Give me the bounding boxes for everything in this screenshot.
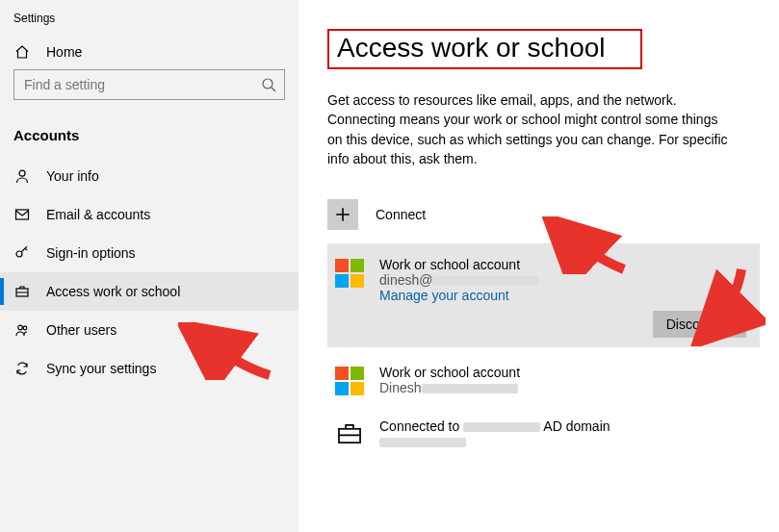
domain-connected-row[interactable]: Connected to AD domain xyxy=(327,413,760,455)
users-icon xyxy=(13,322,31,338)
sidebar-item-label: Sign-in options xyxy=(46,245,136,261)
account-email: dinesh@ xyxy=(379,272,538,288)
sidebar-section-header: Accounts xyxy=(0,110,299,157)
disconnect-button[interactable]: Disconnect xyxy=(653,311,746,338)
svg-point-5 xyxy=(18,325,23,330)
account-title: Work or school account xyxy=(379,365,520,380)
nav-home-label: Home xyxy=(46,44,82,60)
connect-plus-button[interactable] xyxy=(327,199,358,230)
main-panel: Access work or school Get access to reso… xyxy=(299,0,779,532)
sync-icon xyxy=(13,361,31,376)
domain-connected-text: Connected to AD domain xyxy=(379,418,610,434)
svg-point-0 xyxy=(263,79,273,89)
svg-point-6 xyxy=(23,326,27,330)
microsoft-logo-icon xyxy=(335,259,364,288)
sidebar-item-label: Access work or school xyxy=(46,284,180,299)
sidebar-item-label: Sync your settings xyxy=(46,361,156,376)
user-icon xyxy=(13,168,31,184)
domain-sub xyxy=(379,434,610,449)
page-title-highlight: Access work or school xyxy=(327,29,642,69)
sidebar-item-label: Email & accounts xyxy=(46,207,150,222)
sidebar-item-sync-settings[interactable]: Sync your settings xyxy=(0,349,299,388)
account-title: Work or school account xyxy=(379,257,538,272)
connect-label: Connect xyxy=(376,207,426,222)
briefcase-icon xyxy=(13,284,31,299)
microsoft-logo-icon xyxy=(335,367,364,395)
search-input-wrap[interactable] xyxy=(13,69,285,100)
briefcase-icon xyxy=(335,422,364,445)
home-icon xyxy=(13,44,31,60)
sidebar-item-label: Your info xyxy=(46,168,99,184)
svg-point-1 xyxy=(19,170,25,176)
sidebar-item-other-users[interactable]: Other users xyxy=(0,311,299,349)
manage-account-link[interactable]: Manage your account xyxy=(379,288,538,303)
search-input[interactable] xyxy=(14,70,284,99)
connect-row[interactable]: Connect xyxy=(327,195,760,243)
svg-rect-2 xyxy=(16,210,29,219)
sidebar: Settings Home Accounts xyxy=(0,0,299,532)
page-description: Get access to resources like email, apps… xyxy=(327,90,732,168)
app-title: Settings xyxy=(0,8,299,35)
mail-icon xyxy=(13,207,31,222)
account-card-1[interactable]: Work or school account dinesh@ Manage yo… xyxy=(327,243,760,347)
sidebar-item-access-work-school[interactable]: Access work or school xyxy=(0,272,299,311)
account-card-2[interactable]: Work or school account Dinesh xyxy=(327,359,760,401)
account-email: Dinesh xyxy=(379,380,520,395)
page-title: Access work or school xyxy=(337,33,606,63)
sidebar-item-email-accounts[interactable]: Email & accounts xyxy=(0,195,299,234)
search-icon xyxy=(261,77,276,92)
key-icon xyxy=(13,245,31,261)
nav-home[interactable]: Home xyxy=(0,35,299,69)
sidebar-item-your-info[interactable]: Your info xyxy=(0,157,299,195)
sidebar-item-signin-options[interactable]: Sign-in options xyxy=(0,234,299,272)
sidebar-item-label: Other users xyxy=(46,322,117,338)
